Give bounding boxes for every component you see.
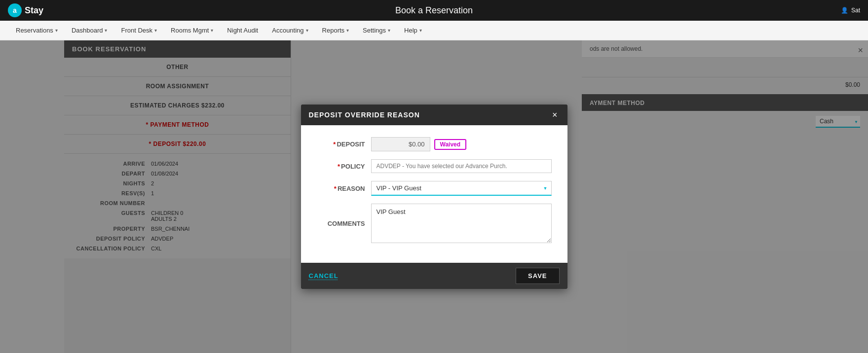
- reason-select-wrapper[interactable]: VIP - VIP Guest Manager Override Corpora…: [371, 181, 552, 196]
- nav-settings[interactable]: Settings ▾: [357, 24, 396, 37]
- policy-label: POLICY: [317, 163, 371, 170]
- nav-settings-chevron: ▾: [388, 28, 390, 33]
- comments-textarea[interactable]: VIP Guest: [371, 204, 552, 243]
- nav-dashboard-chevron: ▾: [105, 28, 107, 33]
- reason-label: REASON: [317, 185, 371, 192]
- nav-reservations-chevron: ▾: [55, 28, 58, 33]
- modal-footer: CANCEL SAVE: [301, 263, 567, 289]
- reason-control-wrapper: VIP - VIP Guest Manager Override Corpora…: [371, 181, 552, 196]
- nav-rooms-mgmt-label: Rooms Mgmt: [171, 27, 209, 34]
- nav-accounting[interactable]: Accounting ▾: [266, 24, 314, 37]
- nav-rooms-mgmt[interactable]: Rooms Mgmt ▾: [165, 24, 219, 37]
- nav-dashboard[interactable]: Dashboard ▾: [66, 24, 113, 37]
- nav-help[interactable]: Help ▾: [398, 24, 428, 37]
- nav-night-audit[interactable]: Night Audit: [221, 24, 264, 37]
- nav-bar: Reservations ▾ Dashboard ▾ Front Desk ▾ …: [0, 21, 868, 40]
- nav-rooms-mgmt-chevron: ▾: [211, 28, 213, 33]
- modal-body: DEPOSIT Waived POLICY REASON: [301, 125, 567, 263]
- app-logo: a Stay: [8, 3, 43, 17]
- nav-accounting-label: Accounting: [272, 27, 303, 34]
- nav-night-audit-label: Night Audit: [227, 27, 258, 34]
- top-bar: a Stay Book a Reservation 👤 Sat: [0, 0, 868, 21]
- reason-row: REASON VIP - VIP Guest Manager Override …: [317, 181, 552, 196]
- deposit-override-modal: DEPOSIT OVERRIDE REASON × DEPOSIT Waived…: [301, 105, 567, 289]
- reason-select[interactable]: VIP - VIP Guest Manager Override Corpora…: [371, 181, 552, 196]
- save-button[interactable]: SAVE: [516, 268, 559, 284]
- nav-help-label: Help: [404, 27, 417, 34]
- nav-dashboard-label: Dashboard: [72, 27, 103, 34]
- cancel-button[interactable]: CANCEL: [309, 272, 339, 280]
- logo-icon: a: [8, 3, 22, 17]
- policy-input[interactable]: [371, 159, 552, 173]
- modal-title: DEPOSIT OVERRIDE REASON: [309, 111, 420, 119]
- nav-settings-label: Settings: [363, 27, 386, 34]
- nav-front-desk-chevron: ▾: [154, 28, 157, 33]
- comments-label: COMMENTS: [317, 220, 371, 227]
- user-icon: 👤: [841, 7, 848, 14]
- policy-control-wrapper: [371, 159, 552, 173]
- nav-reports-label: Reports: [322, 27, 345, 34]
- page-title: Book a Reservation: [395, 5, 473, 16]
- nav-reports[interactable]: Reports ▾: [316, 24, 355, 37]
- main-content: BOOK RESERVATION OTHER ROOM ASSIGNMENT E…: [0, 40, 868, 353]
- modal-close-button[interactable]: ×: [550, 110, 560, 119]
- top-bar-right: 👤 Sat: [841, 7, 860, 14]
- comments-row: COMMENTS VIP Guest: [317, 204, 552, 243]
- modal-header: DEPOSIT OVERRIDE REASON ×: [301, 105, 567, 125]
- deposit-row: DEPOSIT Waived: [317, 137, 552, 151]
- nav-reservations-label: Reservations: [16, 27, 53, 34]
- app-name: Stay: [25, 5, 43, 16]
- deposit-input[interactable]: [371, 137, 430, 151]
- nav-reports-chevron: ▾: [346, 28, 349, 33]
- deposit-label: DEPOSIT: [317, 141, 371, 148]
- nav-accounting-chevron: ▾: [306, 28, 308, 33]
- nav-reservations[interactable]: Reservations ▾: [10, 24, 64, 37]
- nav-help-chevron: ▾: [419, 28, 422, 33]
- policy-row: POLICY: [317, 159, 552, 173]
- nav-front-desk[interactable]: Front Desk ▾: [115, 24, 163, 37]
- waived-badge[interactable]: Waived: [434, 139, 467, 150]
- time-display: Sat: [851, 7, 860, 14]
- nav-front-desk-label: Front Desk: [121, 27, 152, 34]
- deposit-control-wrapper: Waived: [371, 137, 552, 151]
- comments-control-wrapper: VIP Guest: [371, 204, 552, 243]
